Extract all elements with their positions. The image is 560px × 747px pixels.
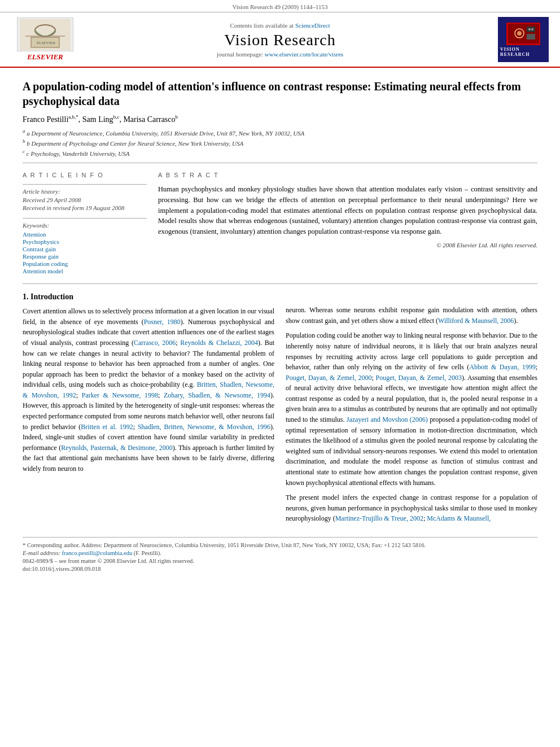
article-title: A population-coding model of attention's… [23,79,537,108]
keywords-section: Keywords: Attention Psychophysics Contra… [23,218,147,274]
issn-line: 0042-6989/$ – see front matter © 2008 El… [23,558,537,564]
affiliation-a: a a Department of Neuroscience, Columbia… [23,128,537,138]
journal-logo-image [506,23,540,45]
affiliation-c: c c Psychology, Vanderbilt University, U… [23,148,537,158]
homepage-link[interactable]: www.elsevier.com/locate/visres [265,51,343,58]
elsevier-text: ELSEVIER [27,53,63,62]
svg-rect-9 [527,34,535,40]
abstract-label: A B S T R A C T [158,172,537,178]
author-3-sup: b [176,114,178,120]
svg-point-7 [517,31,522,36]
svg-text:ELSEVIER: ELSEVIER [37,41,55,45]
ref-parker[interactable]: Parker & Newsome, 1998 [82,391,158,399]
elsevier-logo-container: ELSEVIER ELSEVIER [11,18,79,62]
article-info-abstract: A R T I C L E I N F O Article history: R… [23,163,537,284]
article-history: Article history: Received 29 April 2008 … [23,184,147,211]
article-authors: Franco Pestillia,b,*, Sam Lingb,c, Maris… [23,114,537,124]
vision-research-label: VISION RESEARCH [500,47,546,57]
ref-zohary[interactable]: Zohary, Shadlen, & Newsome, 1994 [164,391,270,399]
author-2: Sam Ling [82,115,113,124]
article-title-section: A population-coding model of attention's… [23,68,537,163]
journal-homepage: journal homepage: www.elsevier.com/locat… [79,51,481,58]
svg-point-10 [528,28,531,30]
right-para-1: neuron. Whereas some neurons exhibit res… [286,305,537,326]
revised-date: Received in revised form 19 August 2008 [23,204,147,211]
email-note: E-mail address: franco.pestilli@columbia… [23,550,537,556]
right-para-2: Population coding could be another way t… [286,330,537,488]
banner-center: Contents lists available at ScienceDirec… [79,22,481,58]
body-section: 1. Introduction Covert attention allows … [23,284,537,537]
vision-research-logo: VISION RESEARCH [481,17,549,62]
intro-paragraph-1: Covert attention allows us to selectivel… [23,306,274,474]
body-right-column: neuron. Whereas some neurons exhibit res… [286,292,537,528]
ref-williford[interactable]: Williford & Maunsell, 2006 [438,317,514,325]
right-para-3: The present model infers the expected ch… [286,492,537,524]
author-1: Franco Pestilli [23,115,68,124]
ref-jazayeri[interactable]: Jazayeri and Movshon (2006) [347,416,428,423]
svg-rect-8 [527,27,535,32]
ref-abbott[interactable]: Abbott & Dayan, 1999 [469,363,535,371]
keyword-attention: Attention [23,231,147,238]
ref-posner[interactable]: Posner, 1980 [144,318,181,326]
elsevier-logo-image: ELSEVIER [17,18,73,51]
section-1-heading: 1. Introduction [23,292,274,302]
ref-carrasco[interactable]: Carrasco, 2006 [134,339,176,347]
author-3: Marisa Carrasco [123,115,175,124]
sciencedirect-link[interactable]: ScienceDirect [295,22,330,29]
ref-pouget2[interactable]: Pouget, Dayan, & Zemel, 2003 [375,374,461,382]
affiliation-b: b b Department of Psychology and Center … [23,138,537,148]
ref-martinez[interactable]: Martinez-Trujillo & Treue, 2002 [335,514,423,522]
journal-banner: ELSEVIER ELSEVIER Contents lists availab… [0,12,560,68]
keyword-psychophysics: Psychophysics [23,238,147,245]
ref-mcadams[interactable]: McAdams & Maunsell, [427,514,491,522]
corresponding-author-note: * Corresponding author. Address: Departm… [23,542,537,548]
ref-britten2[interactable]: Britten et al. 1992 [81,423,133,431]
article-info-column: A R T I C L E I N F O Article history: R… [23,172,147,275]
article-info-label: A R T I C L E I N F O [23,172,147,178]
affiliations: a a Department of Neuroscience, Columbia… [23,128,537,158]
svg-point-11 [531,28,533,30]
ref-pouget1[interactable]: Pouget, Dayan, & Zemel, 2000 [286,374,371,382]
copyright-notice: © 2008 Elsevier Ltd. All rights reserved… [158,242,537,248]
keyword-population-coding: Population coding [23,260,147,267]
keyword-response-gain: Response gain [23,253,147,260]
ref-reynolds2[interactable]: Reynolds, Pasternak, & Desimone, 2000 [61,444,172,452]
journal-title: Vision Research [79,31,481,49]
history-label: Article history: [23,188,147,195]
keyword-attention-model: Attention model [23,268,147,274]
journal-citation: Vision Research 49 (2009) 1144–1153 [233,3,328,10]
keywords-label: Keywords: [23,222,147,229]
ref-reynolds-chelazzi[interactable]: Reynolds & Chelazzi, 2004 [180,339,258,347]
body-left-column: 1. Introduction Covert attention allows … [23,292,274,528]
author-2-sup: b,c [113,114,120,120]
abstract-column: A B S T R A C T Human psychophysics and … [158,172,537,275]
abstract-text: Human psychophysics and monkey physiolog… [158,184,537,237]
doi-line: doi:10.1016/j.visres.2008.09.018 [23,566,537,572]
sciencedirect-line: Contents lists available at ScienceDirec… [79,22,481,29]
ref-shadlen[interactable]: Shadlen, Britten, Newsome, & Movshon, 19… [138,423,270,431]
author-1-sup: a,b,* [68,114,78,120]
received-date: Received 29 April 2008 [23,196,147,203]
author-email[interactable]: franco.pestilli@columbia.edu [62,550,133,556]
keyword-contrast-gain: Contrast gain [23,246,147,252]
journal-top-bar: Vision Research 49 (2009) 1144–1153 [0,0,560,12]
article-footer: * Corresponding author. Address: Departm… [23,537,537,575]
